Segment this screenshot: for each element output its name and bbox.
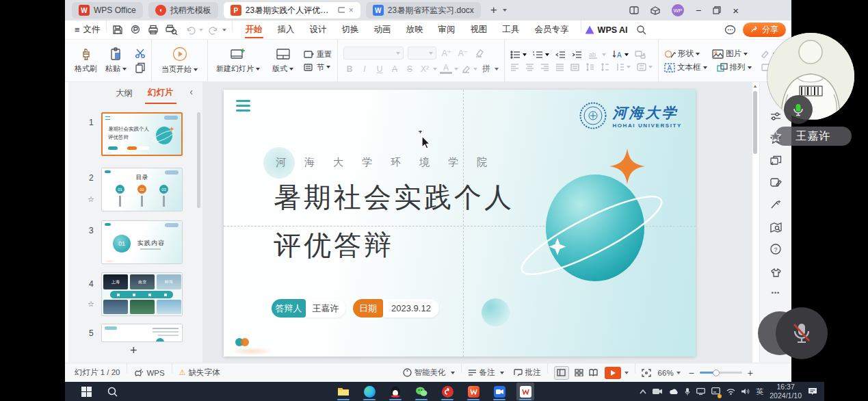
self-mic-muted-button[interactable] [776,307,828,359]
slide-thumbnail-5[interactable] [101,324,183,342]
help-icon[interactable]: ? [769,242,782,256]
menu-item-animation[interactable]: 动画 [367,21,399,39]
share-button[interactable]: 分享 [743,23,786,37]
close-window-button[interactable]: × [733,5,739,16]
increase-indent-icon[interactable] [572,51,582,59]
convert-smartart-icon[interactable] [635,50,646,59]
taskbar-netease-music-icon[interactable] [438,383,456,400]
align-objects-button[interactable] [637,63,653,71]
cut-icon[interactable] [135,48,147,58]
chat-assistant-icon[interactable] [724,25,736,35]
decrease-indent-icon[interactable] [555,51,566,59]
zoom-slider-handle[interactable] [713,370,720,376]
new-tab-chevron-icon[interactable] [503,9,507,12]
map-navigate-icon[interactable] [769,220,782,234]
tray-microphone-icon[interactable] [685,388,690,396]
copy-icon[interactable] [135,62,147,73]
export-pdf-icon[interactable] [130,25,141,35]
line-spacing-button[interactable] [616,63,631,71]
taskbar-meeting-icon[interactable] [490,383,508,400]
zoom-level[interactable]: 66% [658,369,674,377]
zoom-in-button[interactable]: + [748,367,753,378]
new-slide-button[interactable]: 新建幻灯片 [208,40,268,81]
collapse-panel-icon[interactable]: ‹ [189,86,193,97]
menu-item-insert[interactable]: 插入 [270,21,302,39]
taskbar-search-button[interactable] [103,383,121,400]
tab-document[interactable]: W 23暑期省环监实习.docx [366,2,481,18]
menu-item-view[interactable]: 视图 [463,21,495,39]
tab-slides[interactable]: 幻灯片 [145,83,176,104]
missing-font-warning[interactable]: ⚠ 缺失字体 [179,367,220,378]
zoom-out-button[interactable]: − [689,367,694,378]
redo-icon[interactable] [207,25,218,35]
font-family-select[interactable] [343,47,404,60]
normal-view-button[interactable] [554,366,569,380]
decrease-font-button[interactable]: A⁻ [457,49,469,58]
workspace-cube-icon[interactable] [650,6,660,15]
slide-canvas[interactable]: 河海大学 HOHAI UNIVERSITY 河海大学环境学院 暑期社会实践个人 … [224,90,696,357]
qat-chevron-icon[interactable] [222,29,226,31]
layout-button[interactable]: 版式 [268,40,298,81]
menu-item-tools[interactable]: 工具 [495,21,527,39]
action-center-icon[interactable] [808,387,817,396]
superscript-button[interactable]: X² [419,64,437,74]
align-left-icon[interactable] [510,64,519,71]
presenter-badge-value[interactable]: 王嘉许 [306,299,345,318]
wps-ai-button[interactable]: WPS AI [586,25,628,35]
reset-button[interactable]: 重置 [303,49,332,60]
more-tools-icon[interactable]: ••• [769,286,782,300]
tab-presentation-active[interactable]: P 23暑期实践个人评优答辩.pptx × [224,2,360,18]
print-icon[interactable] [148,25,159,35]
comments-button[interactable]: 批注 [514,367,541,378]
slide-sorter-view-button[interactable] [575,369,583,376]
pinyin-button[interactable]: 拼 [480,63,499,75]
format-painter-button[interactable]: 格式刷 [70,40,101,81]
shapes-button[interactable]: 形状 [664,49,700,59]
canvas-scrollbar[interactable]: ▲ [752,83,759,361]
strikethrough-button[interactable]: S [404,64,416,74]
zoom-chevron-icon[interactable] [676,372,681,374]
properties-sliders-icon[interactable] [769,109,782,123]
tab-docer[interactable]: ◖ 找稻壳模板 [148,2,218,18]
paste-button[interactable]: 粘贴 [101,40,131,81]
date-badge-label[interactable]: 日期 [353,299,383,318]
play-slideshow-button[interactable] [605,367,621,379]
tray-wifi-icon[interactable] [726,388,735,395]
vertical-text-button[interactable]: A [612,50,629,59]
wps-skin-button[interactable]: WPS [134,368,164,377]
picture-button[interactable]: 图片 [712,49,748,59]
animation-pen-icon[interactable] [769,175,782,189]
slide-thumbnail-4[interactable]: 上海 南京 蚌埠 [101,272,183,316]
taskbar-wps-icon[interactable] [464,383,482,400]
tray-security-icon[interactable] [711,385,720,398]
switch-window-icon[interactable] [769,153,782,167]
ime-indicator[interactable]: 英 [756,387,763,397]
underline-button[interactable]: U [373,64,386,74]
reading-view-button[interactable] [589,369,598,376]
undo-icon[interactable] [186,25,197,35]
taskbar-qq-icon[interactable] [386,383,404,400]
highlight-button[interactable] [461,64,477,73]
print-preview-icon[interactable] [166,25,178,35]
increase-font-button[interactable]: A⁺ [440,49,453,58]
fit-slide-icon[interactable] [642,369,651,377]
scroll-up-icon[interactable]: ▲ [752,83,759,88]
bullet-list-button[interactable] [510,51,527,59]
save-icon[interactable] [112,25,123,35]
restore-button[interactable] [713,6,721,14]
textbox-button[interactable]: A文本框 [664,62,707,73]
align-center-icon[interactable] [525,64,534,71]
slide-title-line1[interactable]: 暑期社会实践个人 [274,179,514,216]
strike-a-button[interactable]: A [389,64,401,74]
slide-title-line2[interactable]: 评优答辩 [274,227,394,264]
notes-button[interactable]: 备注 [468,367,504,378]
file-menu[interactable]: ≡ 文件 [75,24,101,36]
smart-beautify-button[interactable]: 智能美化 [403,367,455,378]
slide-thumbnail-3[interactable]: 01 实践内容 [101,220,183,264]
arrange-button[interactable]: 排列 [717,62,752,73]
line-spacing-wide-icon[interactable] [601,63,609,71]
font-size-select[interactable] [408,47,436,60]
tray-camera-icon[interactable] [653,388,663,395]
slide-thumbnail-1[interactable]: 暑期社会实践个人 评优答辩 [101,112,183,156]
tray-volume-icon[interactable] [741,388,750,395]
